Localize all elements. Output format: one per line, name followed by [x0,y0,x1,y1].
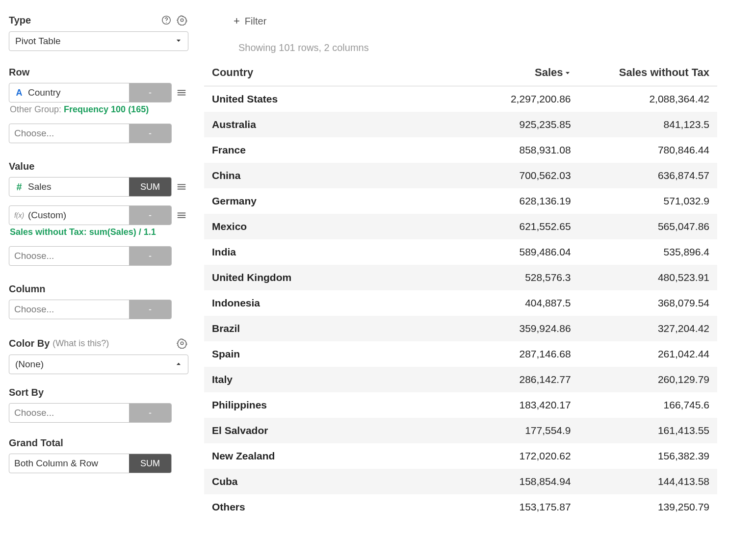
col-header-sales-no-tax[interactable]: Sales without Tax [579,60,717,86]
cell-sales-no-tax: 156,382.39 [579,443,717,469]
filter-label: Filter [245,16,266,27]
cell-sales-no-tax: 841,123.5 [579,112,717,137]
cell-country: Philippines [204,392,440,418]
number-type-icon: # [14,181,24,193]
column-choose-tag[interactable]: - [129,300,171,319]
value-choose-input[interactable]: Choose... - [9,246,172,266]
type-select-value: Pivot Table [15,36,61,47]
row-choose-input[interactable]: Choose... - [9,124,172,143]
drag-handle-icon[interactable] [175,210,188,221]
gear-icon[interactable] [176,337,188,350]
table-row[interactable]: United States2,297,200.862,088,364.42 [204,86,717,112]
colorby-hint[interactable]: (What is this?) [52,338,109,349]
cell-sales: 286,142.77 [440,367,578,392]
svg-point-2 [181,19,183,22]
cell-sales: 700,562.03 [440,163,578,188]
gear-icon[interactable] [176,14,188,26]
grandtotal-select[interactable]: Both Column & Row SUM [9,454,172,473]
col-header-country[interactable]: Country [204,60,440,86]
table-row[interactable]: India589,486.04535,896.4 [204,239,717,265]
cell-sales: 404,887.5 [440,290,578,316]
svg-point-12 [181,342,183,345]
cell-sales-no-tax: 260,129.79 [579,367,717,392]
table-row[interactable]: New Zealand172,020.62156,382.39 [204,443,717,469]
other-group-value[interactable]: Frequency 100 (165) [64,104,149,114]
cell-sales: 177,554.9 [440,418,578,443]
cell-sales-no-tax: 565,047.86 [579,214,717,239]
cell-country: Brazil [204,316,440,341]
table-row[interactable]: United Kingdom528,576.3480,523.91 [204,265,717,290]
colorby-select[interactable]: (None) [9,355,188,374]
drag-handle-icon[interactable] [175,87,188,98]
table-row[interactable]: Philippines183,420.17166,745.6 [204,392,717,418]
cell-country: Italy [204,367,440,392]
colorby-value: (None) [15,359,44,370]
sortby-label: Sort By [9,387,188,398]
cell-country: New Zealand [204,443,440,469]
colorby-label: Color By [9,338,50,349]
cell-country: India [204,239,440,265]
cell-sales: 183,420.17 [440,392,578,418]
cell-country: Others [204,494,440,520]
drag-handle-icon[interactable] [175,181,188,192]
svg-point-1 [166,22,167,23]
table-row[interactable]: Italy286,142.77260,129.79 [204,367,717,392]
sortby-choose-tag[interactable]: - [129,404,171,422]
grandtotal-value: Both Column & Row [14,458,98,469]
value-field-sales[interactable]: # Sales SUM [9,177,172,197]
cell-sales: 621,552.65 [440,214,578,239]
sortby-choose-input[interactable]: Choose... - [9,403,172,423]
column-label: Column [9,283,188,295]
value-field-custom[interactable]: f(x) (Custom) - [9,205,172,225]
table-row[interactable]: El Salvador177,554.9161,413.55 [204,418,717,443]
col-header-sales[interactable]: Sales [440,60,578,86]
custom-field-tag[interactable]: - [129,206,171,225]
chevron-down-icon [175,36,182,47]
table-row[interactable]: China700,562.03636,874.57 [204,163,717,188]
cell-sales: 172,020.62 [440,443,578,469]
table-row[interactable]: Germany628,136.19571,032.9 [204,188,717,214]
colorby-label-row: Color By (What is this?) [9,337,188,350]
table-row[interactable]: Australia925,235.85841,123.5 [204,112,717,137]
type-label-row: Type [9,14,188,26]
plus-icon: + [234,15,240,27]
grandtotal-label: Grand Total [9,437,188,449]
table-row[interactable]: Indonesia404,887.5368,079.54 [204,290,717,316]
row-choose-tag[interactable]: - [129,124,171,143]
cell-sales-no-tax: 327,204.42 [579,316,717,341]
value-field-name: Sales [28,181,52,192]
value-agg-tag[interactable]: SUM [129,178,171,196]
cell-sales-no-tax: 2,088,364.42 [579,86,717,112]
cell-sales-no-tax: 261,042.44 [579,341,717,367]
help-icon[interactable] [160,14,173,26]
table-row[interactable]: France858,931.08780,846.44 [204,137,717,163]
table-row[interactable]: Cuba158,854.94144,413.58 [204,469,717,494]
cell-country: El Salvador [204,418,440,443]
cell-country: Australia [204,112,440,137]
row-label: Row [9,67,188,78]
cell-country: Spain [204,341,440,367]
type-label: Type [9,15,31,26]
value-choose-tag[interactable]: - [129,247,171,265]
cell-sales: 858,931.08 [440,137,578,163]
add-filter-button[interactable]: + Filter [234,15,717,27]
table-row[interactable]: Brazil359,924.86327,204.42 [204,316,717,341]
cell-country: Cuba [204,469,440,494]
cell-sales: 153,175.87 [440,494,578,520]
cell-sales: 2,297,200.86 [440,86,578,112]
row-field-tag[interactable]: - [129,83,171,102]
cell-country: China [204,163,440,188]
custom-field-name: (Custom) [28,210,66,221]
column-choose-input[interactable]: Choose... - [9,300,172,319]
sort-desc-icon [564,66,571,79]
table-row[interactable]: Others153,175.87139,250.79 [204,494,717,520]
cell-sales-no-tax: 368,079.54 [579,290,717,316]
table-row[interactable]: Spain287,146.68261,042.44 [204,341,717,367]
cell-sales: 628,136.19 [440,188,578,214]
cell-sales-no-tax: 636,874.57 [579,163,717,188]
row-field-country[interactable]: A Country - [9,83,172,102]
type-select[interactable]: Pivot Table [9,31,188,51]
other-group-prefix: Other Group: [10,104,64,114]
grandtotal-tag[interactable]: SUM [129,454,171,473]
table-row[interactable]: Mexico621,552.65565,047.86 [204,214,717,239]
